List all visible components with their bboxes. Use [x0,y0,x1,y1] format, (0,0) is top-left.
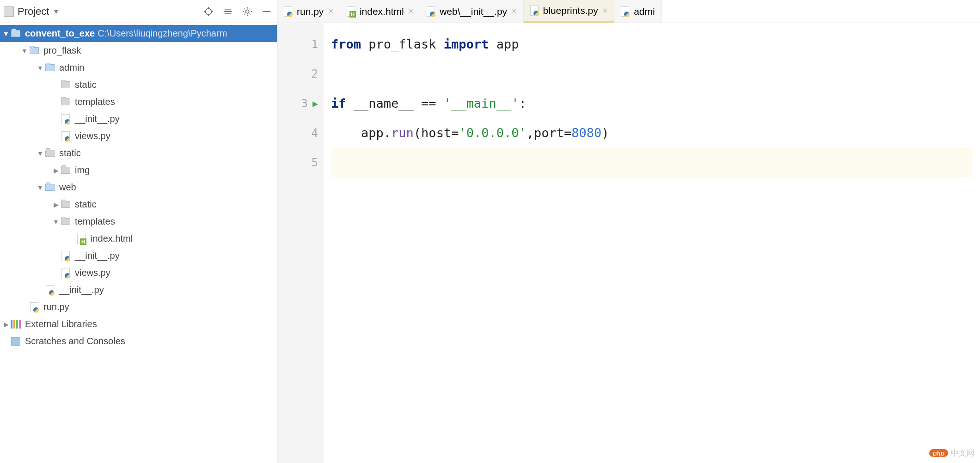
hide-icon[interactable] [260,5,273,18]
chevron-right-icon: ▶ [52,167,60,174]
python-file-icon [621,6,629,17]
tree-label: static [59,148,81,158]
tab-admi[interactable]: admi [614,0,662,23]
tab-label: index.html [360,6,404,17]
watermark: php 中文网 [929,448,974,458]
tree-item-static-img[interactable]: ▶ img [0,162,277,179]
tree-label: convent_to_exe [25,28,95,39]
chevron-down-icon: ▼ [36,184,44,191]
python-file-icon [284,6,292,17]
folder-icon [11,30,20,37]
project-view-selector[interactable]: Project ▼ [4,6,199,18]
tree-item-admin-init[interactable]: __init__.py [0,110,277,128]
tree-item-web-views[interactable]: views.py [0,264,277,281]
tree-item-admin-views[interactable]: views.py [0,128,277,145]
tab-index-html[interactable]: index.html × [340,0,420,23]
chevron-down-icon: ▼ [36,150,44,157]
gear-icon[interactable] [241,5,254,18]
folder-icon [61,201,70,208]
tree-item-admin-static[interactable]: static [0,76,277,93]
chevron-down-icon: ▼ [52,218,60,225]
tree-item-web-templates[interactable]: ▼ templates [0,213,277,230]
chevron-down-icon: ▼ [2,30,10,37]
tree-item-web[interactable]: ▼ web [0,179,277,196]
gutter-line[interactable]: 4 [277,118,324,148]
svg-point-8 [245,10,249,13]
tab-label: run.py [297,6,324,17]
project-sidebar: Project ▼ ▼ convent_to_exe C:\Users\liuq… [0,0,277,463]
folder-icon [45,150,55,157]
gutter-line[interactable]: 1 [277,30,324,59]
tree-item-admin-templates[interactable]: templates [0,93,277,110]
tree-label: static [75,79,97,90]
locate-target-icon[interactable] [202,5,215,18]
tree-label: templates [75,97,115,107]
sidebar-header: Project ▼ [0,0,277,23]
tab-blueprints-py[interactable]: blueprints.py × [524,0,615,23]
python-file-icon [30,302,38,312]
tree-item-root[interactable]: ▼ convent_to_exe C:\Users\liuqingzheng\P… [0,25,277,42]
gutter-line[interactable]: 3▶ [277,89,324,118]
code-line: from pro_flask import app [331,30,973,59]
code-line [331,59,973,89]
python-file-icon [61,131,70,141]
tree-item-external-libraries[interactable]: ▶ External Libraries [0,316,277,333]
collapse-all-icon[interactable] [221,5,234,18]
tab-label: admi [634,6,655,17]
tab-label: web\__init__.py [440,6,507,17]
python-file-icon [427,6,435,17]
tab-web-init[interactable]: web\__init__.py × [420,0,523,23]
python-file-icon [46,285,54,295]
tree-label: web [59,182,76,193]
tree-item-web-static[interactable]: ▶ static [0,196,277,213]
folder-icon [61,218,70,225]
python-file-icon [530,6,539,16]
close-icon[interactable]: × [512,6,517,16]
play-icon[interactable]: ▶ [312,89,318,118]
tree-item-static[interactable]: ▼ static [0,145,277,162]
python-file-icon [61,114,70,124]
gutter-line[interactable]: 5 [277,148,324,177]
sidebar-toolbar [202,5,273,18]
close-icon[interactable]: × [328,6,333,16]
folder-icon [61,167,70,174]
code-line: app.run(host='0.0.0.0',port=8080) [331,118,973,148]
tree-label: __init__.py [75,114,120,124]
code-content[interactable]: from pro_flask import app if __name__ ==… [324,23,980,463]
folder-icon [45,64,55,71]
tree-label: __init__.py [75,250,120,261]
python-file-icon [61,251,70,261]
editor-area: run.py × index.html × web\__init__.py × … [277,0,980,463]
code-area: 1 2 3▶ 4 5 from pro_flask import app if … [277,23,980,463]
gutter-line[interactable]: 2 [277,59,324,89]
tree-item-index-html[interactable]: index.html [0,230,277,247]
tree-item-run-py[interactable]: run.py [0,299,277,316]
code-line [331,148,973,177]
tree-label: __init__.py [59,285,104,295]
watermark-text: 中文网 [951,448,974,458]
tree-item-scratches[interactable]: Scratches and Consoles [0,333,277,350]
chevron-down-icon: ▼ [36,64,44,72]
tree-item-pro-flask[interactable]: ▼ pro_flask [0,42,277,59]
html-file-icon [77,234,86,244]
code-line: if __name__ == '__main__': [331,89,973,118]
tree-label: index.html [91,233,133,244]
tree-label: pro_flask [43,45,81,56]
tab-label: blueprints.py [543,5,598,16]
close-icon[interactable]: × [409,6,414,16]
project-tree: ▼ convent_to_exe C:\Users\liuqingzheng\P… [0,23,277,463]
tree-label: Scratches and Consoles [25,336,125,347]
close-icon[interactable]: × [603,6,608,16]
chevron-down-icon: ▼ [53,8,59,15]
editor-tabs: run.py × index.html × web\__init__.py × … [277,0,980,23]
tree-label: static [75,199,97,210]
tree-path: C:\Users\liuqingzheng\Pycharm [98,28,227,39]
tree-item-proflask-init[interactable]: __init__.py [0,281,277,299]
tab-run-py[interactable]: run.py × [277,0,340,23]
tree-label: templates [75,216,115,227]
html-file-icon [347,6,355,17]
tree-label: views.py [75,131,110,141]
tree-item-web-init[interactable]: __init__.py [0,247,277,264]
tree-item-admin[interactable]: ▼ admin [0,59,277,76]
folder-icon [30,47,39,54]
